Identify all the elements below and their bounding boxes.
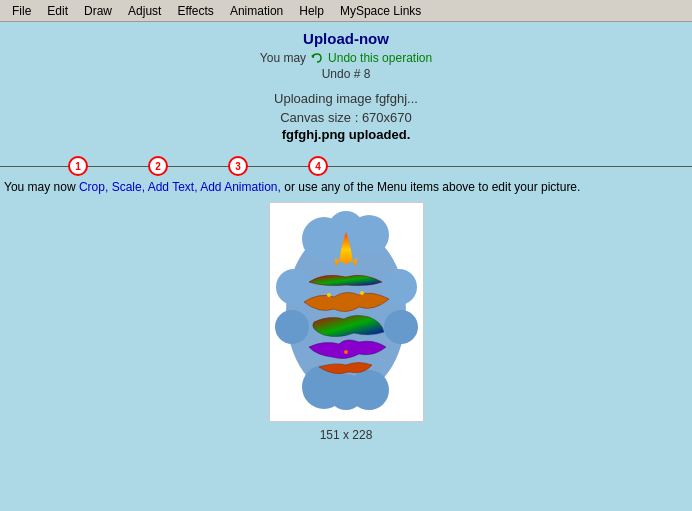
- step-bar: 1 2 3 4: [0, 152, 692, 180]
- add-text-link[interactable]: Add Text,: [148, 180, 198, 194]
- canvas-size: Canvas size : 670x670: [0, 110, 692, 125]
- menu-effects[interactable]: Effects: [169, 2, 221, 20]
- undo-prefix: You may: [260, 51, 306, 65]
- undo-icon: [310, 51, 324, 65]
- svg-point-11: [384, 310, 418, 344]
- step-2: 2: [148, 156, 168, 176]
- menubar: File Edit Draw Adjust Effects Animation …: [0, 0, 692, 22]
- step-4: 4: [308, 156, 328, 176]
- undo-link[interactable]: Undo this operation: [328, 51, 432, 65]
- image-frame: [269, 202, 424, 422]
- menu-file[interactable]: File: [4, 2, 39, 20]
- svg-point-10: [275, 310, 309, 344]
- uploaded-filename: fgfghj.png uploaded.: [0, 127, 692, 142]
- menu-help[interactable]: Help: [291, 2, 332, 20]
- menu-adjust[interactable]: Adjust: [120, 2, 169, 20]
- upload-title: Upload-now: [0, 30, 692, 47]
- image-dimensions: 151 x 228: [320, 428, 373, 442]
- main-content: Upload-now You may Undo this operation U…: [0, 22, 692, 450]
- menu-myspace-links[interactable]: MySpace Links: [332, 2, 429, 20]
- instruction-line: You may now Crop, Scale, Add Text, Add A…: [0, 180, 692, 194]
- svg-point-7: [328, 374, 364, 410]
- menu-animation[interactable]: Animation: [222, 2, 291, 20]
- undo-number: Undo # 8: [0, 67, 692, 81]
- crop-link[interactable]: Crop,: [79, 180, 108, 194]
- svg-point-12: [327, 293, 331, 297]
- step-3: 3: [228, 156, 248, 176]
- undo-line: You may Undo this operation: [0, 51, 692, 65]
- menu-edit[interactable]: Edit: [39, 2, 76, 20]
- svg-point-8: [276, 269, 312, 305]
- instruction-suffix: or use any of the Menu items above to ed…: [284, 180, 580, 194]
- image-area: 151 x 228: [0, 202, 692, 442]
- scale-link[interactable]: Scale,: [112, 180, 145, 194]
- step-1: 1: [68, 156, 88, 176]
- calligraphy-image: [274, 207, 419, 417]
- uploading-text: Uploading image fgfghj...: [0, 91, 692, 106]
- svg-point-14: [344, 350, 348, 354]
- menu-draw[interactable]: Draw: [76, 2, 120, 20]
- instruction-prefix: You may now: [4, 180, 76, 194]
- svg-point-13: [360, 291, 364, 295]
- add-animation-link[interactable]: Add Animation,: [200, 180, 281, 194]
